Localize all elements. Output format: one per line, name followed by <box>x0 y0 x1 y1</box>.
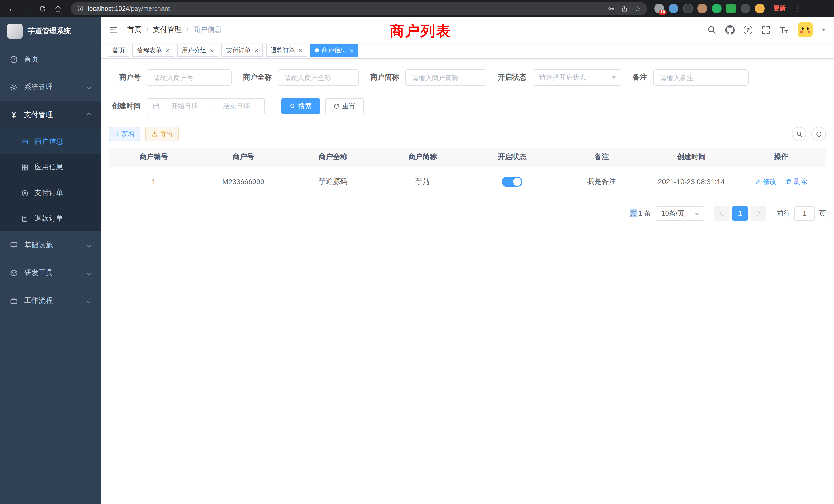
status-toggle[interactable] <box>502 177 523 187</box>
create-time-label: 创建时间 <box>109 101 141 111</box>
sidebar-item-home[interactable]: 首页 <box>0 46 101 73</box>
browser-forward-icon[interactable]: → <box>21 2 34 15</box>
search-button-label: 搜索 <box>299 101 312 111</box>
sidebar-item-payment[interactable]: ¥ 支付管理 <box>0 101 101 129</box>
sidebar-item-refund-order[interactable]: 退款订单 <box>0 206 101 231</box>
cell-full-name: 芋道源码 <box>288 167 378 197</box>
tab-pay-order[interactable]: 支付订单 × <box>221 44 263 57</box>
annotation-merchant-list: 商户列表 <box>390 22 452 41</box>
tab-user-group[interactable]: 用户分组 × <box>177 44 218 57</box>
breadcrumb-current: 商户信息 <box>193 25 222 35</box>
short-name-input[interactable] <box>405 69 486 86</box>
export-button-label: 导出 <box>160 130 173 138</box>
active-tab-dot <box>315 48 319 52</box>
sidebar-item-system[interactable]: 系统管理 <box>0 73 101 101</box>
tab-label: 商户信息 <box>322 46 346 55</box>
profile-avatar-icon[interactable] <box>697 4 707 13</box>
page-content: 商户号 商户全称 商户简称 开启状态 请选择开启状态 <box>101 59 834 504</box>
extensions-area: 10 更新 ⋮ <box>654 4 802 13</box>
user-avatar[interactable] <box>797 22 813 38</box>
address-bar[interactable]: localhost:1024/pay/merchant ☆ <box>71 2 647 15</box>
refresh-table-button[interactable] <box>811 127 826 141</box>
cell-merchant-id: 1 <box>109 167 198 197</box>
full-name-input[interactable] <box>278 69 359 86</box>
filter-short-name: 商户简称 <box>370 69 486 86</box>
tab-merchant-info[interactable]: 商户信息 × <box>310 44 358 57</box>
browser-window: ← → localhost:1024/pay/merchant ☆ <box>0 0 834 504</box>
tab-home[interactable]: 首页 <box>108 44 129 57</box>
browser-menu-icon[interactable]: ⋮ <box>792 4 802 13</box>
sidebar-item-workflow[interactable]: 工作流程 <box>0 287 101 315</box>
export-button[interactable]: 导出 <box>145 127 179 141</box>
browser-update-button[interactable]: 更新 <box>773 4 786 13</box>
extension-emoji-icon[interactable] <box>755 4 765 13</box>
pagination: 共 1 条 10条/页 1 前往 页 <box>109 206 826 221</box>
bookmark-star-icon[interactable]: ☆ <box>635 4 641 13</box>
sidebar-item-app-info[interactable]: 应用信息 <box>0 155 101 180</box>
status-select[interactable]: 请选择开启状态 <box>532 69 621 86</box>
password-key-icon[interactable] <box>608 5 615 12</box>
site-info-icon[interactable] <box>77 5 84 12</box>
merchant-no-label: 商户号 <box>109 73 141 82</box>
extension-dark-icon[interactable] <box>683 4 693 13</box>
breadcrumb-separator: / <box>146 26 148 34</box>
prev-page-button[interactable] <box>714 206 729 221</box>
page-1-button[interactable]: 1 <box>732 206 748 221</box>
reset-button[interactable]: 重置 <box>325 98 364 114</box>
tab-close-icon[interactable]: × <box>299 47 303 54</box>
font-size-icon[interactable] <box>779 25 789 35</box>
help-icon[interactable]: ? <box>744 25 752 34</box>
tab-refund-order[interactable]: 退款订单 × <box>266 44 307 57</box>
hamburger-icon[interactable] <box>109 25 118 35</box>
chevron-down-icon <box>87 85 91 90</box>
github-icon[interactable] <box>725 25 735 35</box>
extension-blue-icon[interactable] <box>668 4 678 13</box>
extension-green-circle-icon[interactable] <box>712 4 722 13</box>
sidebar-item-pay-order[interactable]: 支付订单 <box>0 180 101 206</box>
fullscreen-icon[interactable] <box>761 25 770 35</box>
add-button[interactable]: + 新增 <box>109 127 140 141</box>
browser-refresh-icon[interactable] <box>36 2 49 15</box>
browser-home-icon[interactable] <box>51 2 65 15</box>
tab-close-icon[interactable]: × <box>254 47 258 54</box>
next-page-button[interactable] <box>751 206 766 221</box>
tab-process-form[interactable]: 流程表单 × <box>132 44 174 57</box>
search-button[interactable]: 搜索 <box>281 98 320 114</box>
document-icon <box>21 215 29 223</box>
sidebar-logo[interactable]: 芋道管理系统 <box>0 17 101 46</box>
page-size-select[interactable]: 10条/页 <box>656 206 704 221</box>
avatar-caret-down-icon[interactable] <box>822 28 826 31</box>
breadcrumb-home[interactable]: 首页 <box>127 25 142 35</box>
sidebar-item-label: 退款订单 <box>35 214 63 223</box>
share-icon[interactable] <box>621 5 628 12</box>
breadcrumb-payment[interactable]: 支付管理 <box>153 25 182 35</box>
merchant-no-input[interactable] <box>147 69 232 86</box>
tab-close-icon[interactable]: × <box>166 47 169 54</box>
create-time-range-picker[interactable]: 开始日期 - 结束日期 <box>147 98 265 114</box>
sidebar-item-infrastructure[interactable]: 基础设施 <box>0 231 101 259</box>
sidebar-item-label: 系统管理 <box>24 83 53 92</box>
sidebar-item-label: 应用信息 <box>35 163 63 172</box>
search-icon[interactable] <box>707 25 717 35</box>
sidebar-item-merchant-info[interactable]: 商户信息 <box>0 129 101 155</box>
tab-close-icon[interactable]: × <box>350 47 354 54</box>
sidebar-submenu-payment: 商户信息 应用信息 支付订单 <box>0 129 101 231</box>
toggle-search-button[interactable] <box>792 127 806 141</box>
short-name-label: 商户简称 <box>370 73 399 82</box>
browser-back-icon[interactable]: ← <box>5 2 19 15</box>
tab-close-icon[interactable]: × <box>210 47 214 54</box>
extension-pinwheel-icon[interactable] <box>741 4 750 13</box>
plus-icon: + <box>115 130 119 138</box>
delete-link[interactable]: 删除 <box>786 177 807 186</box>
extension-puzzle-icon[interactable]: 10 <box>654 4 664 13</box>
sidebar: 芋道管理系统 首页 系统管理 ¥ 支付管 <box>0 17 101 504</box>
edit-link[interactable]: 修改 <box>755 177 776 186</box>
filter-remark: 备注 <box>633 69 749 86</box>
sidebar-item-label: 工作流程 <box>24 296 53 305</box>
goto-page-input[interactable] <box>794 206 815 221</box>
sidebar-item-dev-tools[interactable]: 研发工具 <box>0 259 101 287</box>
monitor-icon <box>9 241 19 249</box>
extension-green-square-icon[interactable] <box>726 4 736 13</box>
remark-input[interactable] <box>653 69 749 86</box>
cell-merchant-no: M233666999 <box>198 167 288 197</box>
